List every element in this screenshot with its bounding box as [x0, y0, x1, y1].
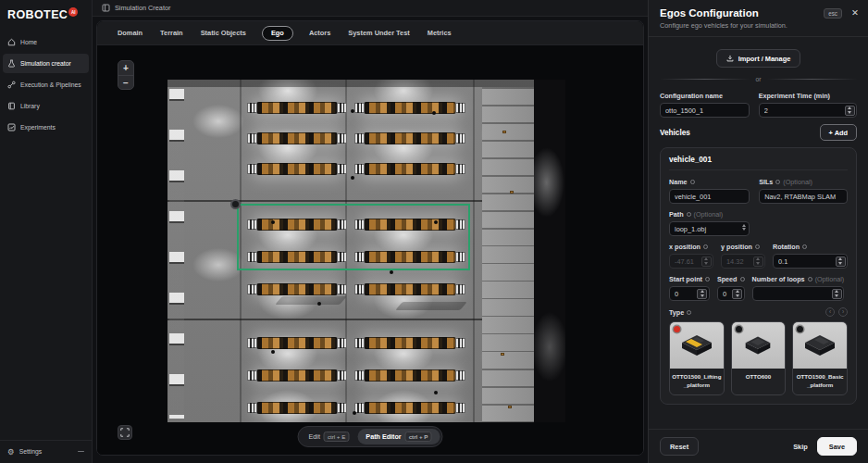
radio-icon — [797, 326, 803, 332]
zoom-control: + − — [118, 60, 134, 90]
workspace-panel: Domain Terrain Static Objects Ego Actors… — [96, 20, 644, 456]
sidebar-item-simulation-creator[interactable]: Simulation creator — [3, 54, 89, 73]
map-edge — [167, 80, 565, 87]
stepper-icon[interactable] — [832, 289, 842, 299]
close-icon[interactable]: ✕ — [851, 7, 859, 18]
zoom-out-button[interactable]: − — [118, 75, 133, 89]
pillar-dot — [351, 109, 354, 113]
type-option-otto600[interactable]: OTTO600 — [731, 321, 787, 395]
page-title: Simulation Creator — [115, 4, 170, 12]
rack-row — [256, 402, 338, 414]
robot-illustration — [739, 332, 776, 358]
vehicle-thumbnail — [793, 322, 847, 369]
sils-label: SILs (Optional) — [759, 178, 848, 186]
reset-button[interactable]: Reset — [660, 437, 699, 456]
experiment-time-label: Experiment Time (min) — [759, 92, 857, 100]
dock-strip — [169, 89, 184, 419]
pillar-dot — [390, 270, 393, 274]
tabs-bar: Domain Terrain Static Objects Ego Actors… — [97, 21, 643, 45]
dark-zone — [534, 80, 565, 422]
rack-row — [256, 337, 338, 349]
rack-row — [364, 369, 456, 382]
rack-row — [256, 102, 338, 114]
logo: ROBOTEC AI — [0, 0, 92, 31]
or-label: or — [755, 76, 761, 82]
tab-domain[interactable]: Domain — [116, 26, 144, 40]
zoom-in-button[interactable]: + — [118, 61, 133, 75]
tab-static-objects[interactable]: Static Objects — [199, 26, 248, 40]
vehicle-thumbnail — [732, 322, 786, 369]
sidebar-item-execution-pipelines[interactable]: Execution & Pipelines — [3, 75, 89, 94]
import-icon — [726, 55, 734, 62]
chevron-left-icon[interactable]: ‹ — [825, 307, 835, 317]
sidebar-item-label: Library — [20, 103, 40, 109]
robot-illustration — [677, 332, 716, 358]
path-editor-button[interactable]: Path Editor ctrl + P — [357, 429, 440, 444]
sidebar-item-label: Experiments — [20, 124, 56, 131]
stepper-icon[interactable] — [845, 106, 855, 116]
panel-footer: Reset Skip Save — [649, 429, 868, 463]
chart-line-icon — [7, 123, 16, 131]
pillar-dot — [432, 111, 436, 115]
sils-input[interactable] — [759, 189, 848, 204]
info-icon — [687, 310, 691, 315]
path-select[interactable]: loop_1.obj — [669, 221, 750, 236]
or-divider: or — [660, 76, 857, 82]
tab-system-under-test[interactable]: System Under Test — [346, 26, 411, 40]
rack-row — [256, 163, 338, 175]
vehicle-name-input[interactable] — [669, 189, 750, 204]
pallet-dot — [508, 406, 512, 408]
robot-illustration — [800, 332, 839, 358]
stepper-icon[interactable] — [697, 289, 707, 299]
tab-actors[interactable]: Actors — [307, 26, 332, 40]
warehouse-map[interactable] — [167, 80, 565, 422]
pillar-dot — [351, 176, 354, 180]
type-option-otto1500-lifting[interactable]: OTTO1500_Lifting_platform — [669, 321, 725, 395]
skip-button[interactable]: Skip — [793, 443, 808, 451]
edit-mode-label: Edit — [309, 432, 320, 441]
info-icon — [690, 180, 695, 184]
egos-configuration-panel: Egos Configuration Configure ego vehicle… — [648, 0, 868, 463]
vehicles-section-title: Vehicles — [660, 129, 690, 137]
radio-selected-icon — [674, 326, 680, 332]
sidebar-item-home[interactable]: Home — [3, 32, 89, 52]
stepper-icon[interactable] — [732, 289, 742, 299]
add-vehicle-button[interactable]: + Add — [820, 124, 857, 141]
number-of-loops-input[interactable] — [752, 286, 845, 301]
info-icon — [703, 244, 708, 249]
rack-row — [364, 337, 456, 349]
import-manage-button[interactable]: Import / Manage — [716, 49, 801, 68]
panel-subtitle: Configure ego vehicles for your simulati… — [660, 21, 857, 30]
shadow — [395, 302, 467, 310]
sidebar-item-library[interactable]: Library — [3, 96, 89, 116]
config-name-input[interactable] — [660, 103, 750, 118]
path-start-marker[interactable] — [230, 199, 241, 209]
sidebar-item-settings[interactable]: Settings — [19, 448, 43, 455]
y-position-label: y position — [721, 243, 765, 251]
tab-ego[interactable]: Ego — [262, 26, 293, 41]
tab-metrics[interactable]: Metrics — [426, 26, 453, 40]
rack-row — [364, 132, 456, 144]
expand-icon — [120, 428, 130, 437]
name-label: Name — [669, 178, 750, 186]
experiment-time-input[interactable] — [759, 103, 857, 118]
edit-mode-button[interactable]: Edit ctrl + E — [301, 429, 358, 444]
map-canvas[interactable]: + − — [97, 45, 643, 455]
chevron-right-icon[interactable]: › — [838, 307, 848, 317]
stepper-icon[interactable] — [836, 257, 846, 267]
chevron-updown-icon — [742, 224, 746, 231]
type-option-otto1500-basic[interactable]: OTTO1500_Basic_platform — [792, 321, 848, 395]
save-button[interactable]: Save — [817, 437, 857, 456]
type-option-label: OTTO1500_Lifting_platform — [670, 369, 724, 394]
fit-view-button[interactable] — [118, 425, 132, 440]
pillar-dot — [353, 411, 356, 415]
sidebar-item-experiments[interactable]: Experiments — [3, 118, 89, 137]
logo-text: ROBOTEC — [7, 8, 68, 21]
path-label: Path (Optional) — [669, 210, 750, 219]
sidebar-item-label: Execution & Pipelines — [20, 81, 81, 88]
ego-path-rectangle[interactable] — [237, 204, 470, 270]
tab-terrain[interactable]: Terrain — [158, 26, 185, 40]
type-option-label: OTTO1500_Basic_platform — [793, 369, 847, 394]
vehicle-type-options: OTTO1500_Lifting_platform OTTO600 — [669, 321, 848, 395]
collapse-sidebar-icon[interactable] — [78, 451, 84, 452]
